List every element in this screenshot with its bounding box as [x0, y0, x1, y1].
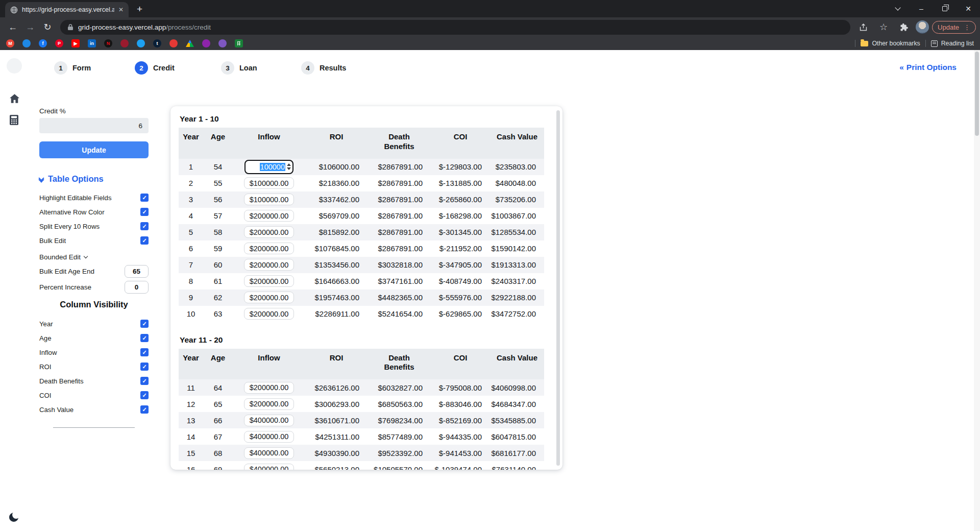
inflow-input[interactable]: $400000.00	[244, 415, 295, 426]
inflow-input[interactable]: $200000.00	[244, 259, 295, 271]
checkbox-bulk-edit[interactable]	[140, 236, 149, 245]
checkbox-highlight-editable-fields[interactable]	[140, 194, 149, 202]
inflow-input[interactable]: $200000.00	[244, 382, 295, 394]
bookmark-facebook-icon[interactable]: f	[39, 39, 47, 47]
bookmark-google-drive-icon[interactable]	[186, 40, 194, 47]
bookmark-map-pin-icon[interactable]	[169, 39, 178, 47]
url-path: /process/credit	[166, 23, 211, 31]
window-menu-chevron-icon[interactable]	[886, 0, 910, 17]
step-results[interactable]: 4Results	[301, 61, 346, 75]
divider	[925, 40, 926, 47]
checkbox-age[interactable]	[140, 334, 149, 342]
checkbox-coi[interactable]	[140, 391, 149, 399]
checkbox-year[interactable]	[140, 320, 149, 328]
credit-percent-input[interactable]: 6	[39, 118, 149, 133]
sidebar-divider	[53, 427, 135, 428]
share-icon[interactable]	[854, 18, 872, 36]
inflow-input[interactable]: $200000.00	[244, 275, 295, 287]
bookmark-linkedin-icon[interactable]: in	[88, 39, 96, 47]
table-row: 1164$200000.00$2636126.00$6032827.00$-79…	[179, 379, 544, 396]
spin-up-icon[interactable]	[287, 163, 291, 166]
card-scrollbar[interactable]	[556, 110, 560, 466]
checkbox-roi[interactable]	[140, 363, 149, 371]
page-scrollbar[interactable]	[974, 50, 980, 531]
cell-inflow: $200000.00	[233, 273, 305, 289]
column-header: Death Benefits	[368, 349, 431, 380]
step-form[interactable]: 1Form	[54, 61, 91, 75]
checkbox-alternative-row-color[interactable]	[140, 208, 149, 216]
kebab-menu-icon[interactable]: ⋮	[964, 23, 970, 31]
inflow-input-focused[interactable]: 100000	[244, 160, 293, 174]
cell-age: 69	[203, 461, 233, 470]
reload-icon[interactable]: ↻	[39, 18, 56, 36]
browser-tab[interactable]: https://grid-process-easy.vercel.a ✕	[5, 2, 129, 17]
percent-increase-input[interactable]: 0	[125, 281, 149, 294]
extensions-puzzle-icon[interactable]	[895, 18, 913, 36]
step-loan[interactable]: 3Loan	[221, 61, 257, 75]
reading-list-label[interactable]: Reading list	[941, 40, 974, 47]
step-label: Loan	[239, 64, 257, 72]
restore-button[interactable]	[933, 0, 957, 17]
cell-year: 3	[179, 191, 203, 208]
update-button[interactable]: Update	[39, 141, 149, 158]
inflow-input[interactable]: $100000.00	[244, 177, 295, 189]
bookmark-tumblr-icon[interactable]: t	[153, 39, 161, 47]
bookmark-youtube-icon[interactable]: ▶	[71, 39, 80, 47]
checkbox-inflow[interactable]	[140, 348, 149, 356]
tab-close-icon[interactable]: ✕	[118, 6, 124, 13]
checkbox-cash-value[interactable]	[140, 405, 149, 414]
scrollbar-thumb[interactable]	[975, 52, 979, 136]
inflow-input[interactable]: $400000.00	[244, 431, 295, 443]
bounded-edit-toggle[interactable]: Bounded Edit	[39, 253, 87, 261]
number-spinner-icon[interactable]	[287, 163, 291, 170]
inflow-input[interactable]: $200000.00	[244, 210, 295, 222]
column-visibility-row: Death Benefits	[39, 376, 149, 385]
bookmark-star-icon[interactable]: ☆	[875, 18, 892, 36]
table-options-toggle[interactable]: Table Options	[39, 174, 104, 184]
inflow-input[interactable]: $200000.00	[244, 292, 295, 303]
back-icon[interactable]: ←	[4, 18, 21, 36]
double-chevron-left-icon: «	[899, 63, 904, 72]
minimize-button[interactable]: –	[910, 0, 933, 17]
close-button[interactable]: ✕	[957, 0, 980, 17]
profile-avatar[interactable]	[916, 20, 929, 34]
url-bar[interactable]: grid-process-easy.vercel.app/process/cre…	[60, 20, 850, 35]
credit-percent-label: Credit %	[39, 107, 66, 115]
dark-mode-moon-icon[interactable]	[9, 513, 18, 522]
forward-icon[interactable]: →	[21, 18, 39, 36]
bookmark-twitter-icon[interactable]	[137, 39, 145, 47]
inflow-input[interactable]: $200000.00	[244, 226, 295, 238]
other-bookmarks-label[interactable]: Other bookmarks	[872, 40, 920, 47]
table-row: 356$100000.00$337462.00$2867891.00$-2658…	[179, 191, 544, 208]
checkbox-split-every-10-rows[interactable]	[140, 222, 149, 230]
step-credit[interactable]: 2Credit	[135, 61, 175, 75]
column-visibility-row: Cash Value	[39, 405, 149, 414]
inflow-input[interactable]: $200000.00	[244, 398, 295, 410]
inflow-input[interactable]: $400000.00	[244, 447, 295, 459]
cell-year: 1	[179, 159, 203, 175]
bookmark-app-violet-icon[interactable]	[218, 39, 227, 47]
bookmark-pinterest-icon[interactable]: P	[55, 39, 63, 47]
home-icon[interactable]	[10, 94, 19, 103]
bookmark-app-purple-icon[interactable]	[202, 39, 210, 47]
bookmark-messenger-icon[interactable]	[22, 39, 31, 47]
calculator-icon[interactable]	[10, 115, 18, 125]
bookmark-gmail-icon[interactable]: M	[6, 39, 14, 47]
inflow-input[interactable]: $400000.00	[244, 464, 295, 470]
bookmark-app-darkred-icon[interactable]	[120, 39, 129, 47]
chrome-update-button[interactable]: Update ⋮	[932, 21, 976, 34]
bookmark-google-sheets-icon[interactable]	[235, 39, 243, 47]
cell-cash-value: $735206.00	[490, 191, 544, 208]
inflow-input[interactable]: $200000.00	[244, 308, 295, 320]
spin-down-icon[interactable]	[287, 167, 291, 170]
checkbox-death-benefits[interactable]	[140, 377, 149, 385]
inflow-input[interactable]: $100000.00	[244, 194, 295, 205]
page-content: 1Form2Credit3Loan4Results « Print Option…	[0, 50, 980, 531]
inflow-input[interactable]: $200000.00	[244, 243, 295, 254]
print-options-link[interactable]: « Print Options	[899, 63, 957, 72]
table-option-label: Alternative Row Color	[39, 208, 105, 216]
bulk-edit-age-end-input[interactable]: 65	[125, 265, 149, 278]
column-header: ROI	[305, 349, 368, 380]
bookmark-netflix-icon[interactable]: N	[104, 39, 112, 47]
new-tab-button[interactable]: +	[137, 4, 142, 14]
